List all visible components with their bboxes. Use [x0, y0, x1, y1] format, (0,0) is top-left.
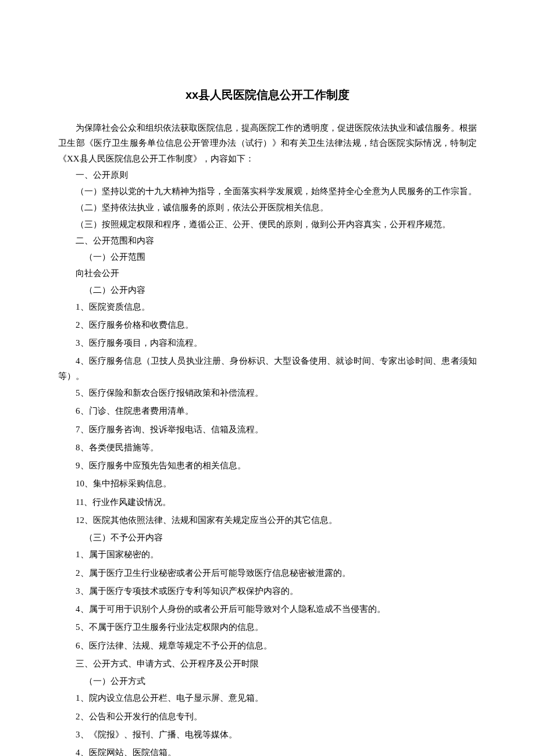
section-2-sub-3-heading: （三）不予公开内容 — [58, 530, 477, 545]
list-item: 2、医疗服务价格和收费信息。 — [58, 317, 477, 334]
list-item: 4、属于可用于识别个人身份的或者公开后可能导致对个人隐私造成不当侵害的。 — [58, 601, 477, 618]
section-3-heading: 三、公开方式、申请方式、公开程序及公开时限 — [58, 655, 477, 672]
document-title: xx县人民医院信息公开工作制度 — [58, 87, 477, 103]
list-item: 3、《院报》、报刊、广播、电视等媒体。 — [58, 726, 477, 743]
list-item: 3、属于医疗专项技术或医疗专利等知识产权保护内容的。 — [58, 583, 477, 600]
section-1-item-2: （二）坚持依法执业，诚信服务的原则，依法公开医院相关信息。 — [58, 200, 477, 215]
list-item: 2、公告和公开发行的信息专刊。 — [58, 708, 477, 725]
list-item: 6、门诊、住院患者费用清单。 — [58, 403, 477, 420]
intro-paragraph: 为保障社会公众和组织依法获取医院信息，提高医院工作的透明度，促进医院依法执业和诚… — [58, 120, 477, 166]
list-item: 2、属于医疗卫生行业秘密或者公开后可能导致医疗信息秘密被泄露的。 — [58, 565, 477, 582]
section-2-heading: 二、公开范围和内容 — [58, 233, 477, 248]
list-item: 8、各类便民措施等。 — [58, 439, 477, 456]
section-1-item-3: （三）按照规定权限和程序，遵循公正、公开、便民的原则，做到公开内容真实，公开程序… — [58, 217, 477, 232]
section-1-heading: 一、公开原则 — [58, 167, 477, 182]
section-3-sub-1-heading: （一）公开方式 — [58, 673, 477, 689]
list-item: 3、医疗服务项目，内容和流程。 — [58, 335, 477, 352]
list-item: 4、医院网站、医院信箱。 — [58, 744, 477, 756]
list-item: 11、行业作风建设情况。 — [58, 494, 477, 511]
list-item: 10、集中招标采购信息。 — [58, 475, 477, 492]
section-1-item-1: （一）坚持以党的十九大精神为指导，全面落实科学发展观，始终坚持全心全意为人民服务… — [58, 184, 477, 199]
list-item: 1、院内设立信息公开栏、电子显示屏、意见箱。 — [58, 690, 477, 707]
section-2-sub-2-heading: （二）公开内容 — [58, 282, 477, 298]
list-item: 6、医疗法律、法规、规章等规定不予公开的信息。 — [58, 637, 477, 654]
list-item: 5、不属于医疗卫生服务行业法定权限内的信息。 — [58, 619, 477, 636]
section-2-sub-1-text: 向社会公开 — [58, 266, 477, 281]
section-2-sub-1-heading: （一）公开范围 — [58, 249, 477, 264]
list-item: 1、医院资质信息。 — [58, 299, 477, 316]
list-item: 12、医院其他依照法律、法规和国家有关规定应当公开的其它信息。 — [58, 512, 477, 529]
list-item: 1、属于国家秘密的。 — [58, 546, 477, 563]
list-item: 4、医疗服务信息（卫技人员执业注册、身份标识、大型设备使用、就诊时间、专家出诊时… — [58, 353, 477, 384]
list-item: 9、医疗服务中应预先告知患者的相关信息。 — [58, 457, 477, 474]
list-item: 7、医疗服务咨询、投诉举报电话、信箱及流程。 — [58, 421, 477, 438]
list-item: 5、医疗保险和新农合医疗报销政策和补偿流程。 — [58, 385, 477, 402]
